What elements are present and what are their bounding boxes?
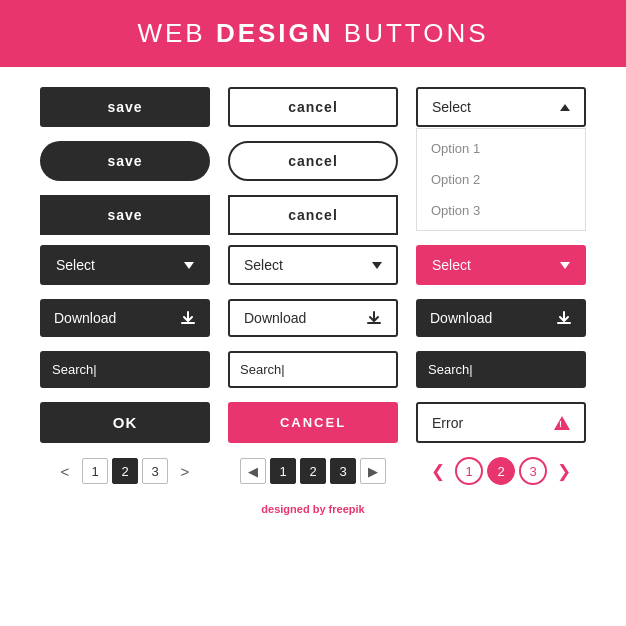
page-header: WEB DESIGN BUTTONS xyxy=(0,0,626,67)
search-outline-bar xyxy=(228,351,398,388)
pg-prev-1[interactable]: < xyxy=(52,458,78,484)
dropdown-menu: Option 1 Option 2 Option 3 xyxy=(416,128,586,231)
select-pink-label: Select xyxy=(432,257,471,273)
select-dropdown-open: Select Option 1 Option 2 Option 3 xyxy=(416,87,586,127)
select-label: Select xyxy=(432,99,471,115)
pg-1-1[interactable]: 1 xyxy=(82,458,108,484)
arrow-down-dark-icon xyxy=(184,262,194,269)
pg-next-2[interactable]: ▶ xyxy=(360,458,386,484)
download-outline-button[interactable]: Download xyxy=(228,299,398,337)
download-dark-label: Download xyxy=(54,310,116,326)
pg-2-3[interactable]: 3 xyxy=(330,458,356,484)
pagination-outline: < 1 2 3 > xyxy=(40,458,210,484)
download-outline-label: Download xyxy=(244,310,306,326)
pg-prev-2[interactable]: ◀ xyxy=(240,458,266,484)
search-grid xyxy=(40,351,586,388)
title-pre: WEB xyxy=(137,18,215,48)
download-dark-button[interactable]: Download xyxy=(40,299,210,337)
ok-button[interactable]: OK xyxy=(40,402,210,443)
arrow-down-pink-icon xyxy=(560,262,570,269)
search-dark2-input[interactable] xyxy=(418,353,586,386)
save-rect-button[interactable]: save xyxy=(40,87,210,127)
save-round-button[interactable]: save xyxy=(40,141,210,181)
title-post: BUTTONS xyxy=(334,18,489,48)
pg-prev-3[interactable]: ❮ xyxy=(425,458,451,484)
error-button[interactable]: Error xyxy=(416,402,586,443)
footer-brand: freepik xyxy=(329,503,365,515)
select-dark-label: Select xyxy=(56,257,95,273)
pg-3-3[interactable]: 3 xyxy=(519,457,547,485)
download-dark2-button[interactable]: Download xyxy=(416,299,586,337)
cancel-sharp-button[interactable]: cancel xyxy=(228,195,398,235)
download-dark-icon xyxy=(180,310,196,326)
pg-3-1[interactable]: 1 xyxy=(455,457,483,485)
pagination-dark: ◀ 1 2 3 ▶ xyxy=(228,458,398,484)
button-grid: save cancel Select Option 1 Option 2 Opt… xyxy=(40,87,586,235)
warning-triangle-icon xyxy=(554,416,570,430)
pagination-section: < 1 2 3 > ◀ 1 2 3 ▶ ❮ 1 2 3 ❯ xyxy=(40,457,586,485)
download-grid: Download Download Download xyxy=(40,299,586,337)
download-outline-icon xyxy=(366,310,382,326)
select-outline-button[interactable]: Select xyxy=(416,87,586,127)
error-label: Error xyxy=(432,415,463,431)
select-outline2-label: Select xyxy=(244,257,283,273)
action-grid: OK CANCEL Error xyxy=(40,402,586,443)
download-dark2-icon xyxy=(556,310,572,326)
title-bold: DESIGN xyxy=(216,18,334,48)
download-dark2-label: Download xyxy=(430,310,492,326)
pg-3-2[interactable]: 2 xyxy=(487,457,515,485)
pg-2-1[interactable]: 1 xyxy=(270,458,296,484)
cancel-pink-button[interactable]: CANCEL xyxy=(228,402,398,443)
dropdown-option-3[interactable]: Option 3 xyxy=(417,195,585,226)
footer: designed by freepik xyxy=(0,495,626,521)
pg-1-3[interactable]: 3 xyxy=(142,458,168,484)
pg-2-2[interactable]: 2 xyxy=(300,458,326,484)
search-outline-input[interactable] xyxy=(230,353,398,386)
pagination-pink: ❮ 1 2 3 ❯ xyxy=(416,457,586,485)
select-grid: Select Select Select xyxy=(40,245,586,285)
pg-next-1[interactable]: > xyxy=(172,458,198,484)
search-dark-bar xyxy=(40,351,210,388)
select-outline2-button[interactable]: Select xyxy=(228,245,398,285)
arrow-up-icon xyxy=(560,104,570,111)
main-content: save cancel Select Option 1 Option 2 Opt… xyxy=(0,67,626,495)
search-dark2-bar xyxy=(416,351,586,388)
page-title: WEB DESIGN BUTTONS xyxy=(0,18,626,49)
pg-1-2[interactable]: 2 xyxy=(112,458,138,484)
footer-text-pre: designed by xyxy=(261,503,328,515)
arrow-down-outline-icon xyxy=(372,262,382,269)
dropdown-option-2[interactable]: Option 2 xyxy=(417,164,585,195)
search-dark-input[interactable] xyxy=(42,353,210,386)
dropdown-option-1[interactable]: Option 1 xyxy=(417,133,585,164)
cancel-rect-button[interactable]: cancel xyxy=(228,87,398,127)
select-dark-button[interactable]: Select xyxy=(40,245,210,285)
pg-next-3[interactable]: ❯ xyxy=(551,458,577,484)
select-pink-button[interactable]: Select xyxy=(416,245,586,285)
cancel-round-button[interactable]: cancel xyxy=(228,141,398,181)
save-sharp-button[interactable]: save xyxy=(40,195,210,235)
